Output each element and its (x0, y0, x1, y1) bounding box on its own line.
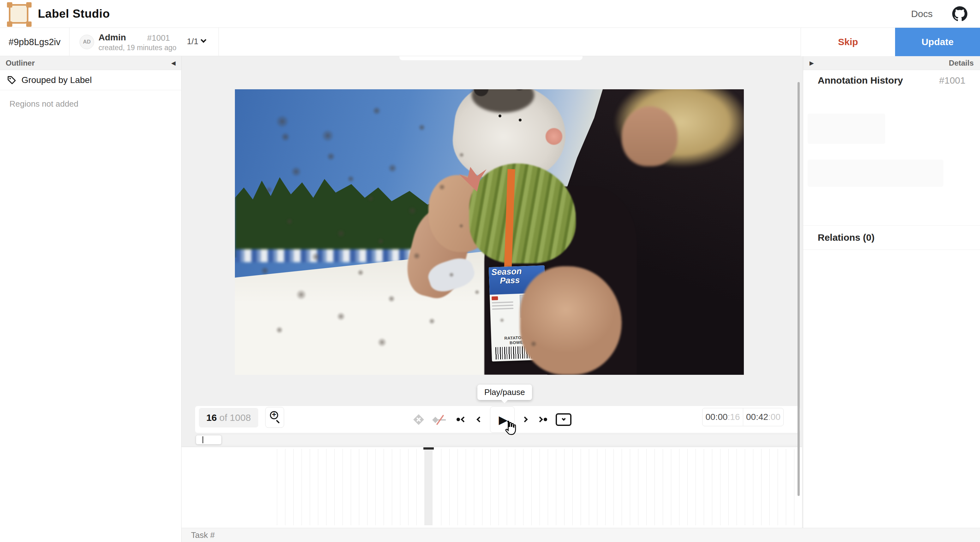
app-header: Label Studio Docs (0, 0, 980, 28)
video-face (622, 106, 678, 166)
details-panel: ▶ Details Annotation History #1001 Relat… (803, 56, 980, 528)
chevron-left-icon (476, 417, 482, 422)
label-studio-logo-icon[interactable] (9, 4, 29, 24)
minimap-position-line (202, 436, 203, 443)
play-icon: ▶ (499, 413, 508, 426)
current-frame-column (424, 450, 433, 525)
chevron-right-icon (537, 417, 543, 422)
timeline-minimap-handle[interactable] (196, 435, 222, 445)
time-display: 00:00:16 00:42:00 (702, 408, 784, 426)
annotation-selector[interactable]: AD Admin #1001 created, 19 minutes ago 1… (70, 28, 219, 56)
frame-current: 16 (206, 412, 216, 423)
annotation-history-number: #1001 (939, 75, 966, 86)
zoom-in-icon (270, 411, 278, 419)
interpolation-icon (432, 413, 448, 426)
collapse-panel-icon[interactable]: ◀ (171, 60, 175, 66)
group-by-label-text: Grouped by Label (21, 75, 92, 85)
add-keyframe-icon (413, 414, 424, 425)
details-title: Details (949, 59, 974, 68)
relations-section[interactable]: Relations (0) (803, 225, 980, 250)
label-studio-app: Label Studio Docs #9pb8Lgs2iv AD Admin #… (0, 0, 980, 542)
regions-empty-message: Regions not added (10, 99, 78, 109)
keyframe-dot-icon (457, 418, 460, 421)
annotation-pagination: 1/1 (187, 36, 198, 46)
task-label: Task # (191, 530, 215, 540)
interpolation-button[interactable] (431, 406, 449, 433)
history-skeleton-block (808, 114, 885, 144)
current-frame-marker[interactable] (423, 447, 434, 450)
annotation-number: #1001 (147, 33, 170, 43)
outliner-title: Outliner (6, 59, 35, 68)
play-pause-button[interactable]: ▶ (490, 406, 515, 433)
task-id[interactable]: #9pb8Lgs2iv (0, 28, 70, 56)
expand-panel-icon[interactable]: ▶ (810, 60, 814, 66)
time-position: 00:00:16 (703, 408, 743, 426)
skip-button[interactable]: Skip (801, 28, 895, 56)
docs-link[interactable]: Docs (911, 0, 933, 28)
play-pause-tooltip: Play/pause (477, 385, 532, 400)
frame-total: 1008 (230, 412, 251, 423)
timeline-minimap-track[interactable] (195, 435, 800, 445)
outliner-panel: Outliner ◀ Grouped by Label Regions not … (0, 56, 181, 542)
task-footer: Task # (181, 528, 980, 542)
annotation-history-header: Annotation History #1001 (803, 75, 980, 86)
video-frame[interactable]: Season Pass RATATOUILLE BOWERS (235, 89, 744, 375)
timeline-minimize-icon (556, 413, 571, 426)
created-timestamp: created, 19 minutes ago (99, 44, 177, 52)
app-title: Label Studio (38, 0, 110, 28)
prev-keyframe-button[interactable] (453, 406, 469, 433)
annotation-history-title: Annotation History (818, 75, 903, 86)
user-name: Admin (99, 32, 126, 43)
timeline-ruler[interactable] (181, 447, 802, 528)
scrolled-panel-remnant (399, 56, 582, 60)
history-skeleton-block (808, 160, 943, 187)
annotation-topbar: #9pb8Lgs2iv AD Admin #1001 created, 19 m… (0, 28, 980, 56)
add-keyframe-button[interactable] (412, 406, 426, 433)
timeline-minimize-button[interactable] (554, 406, 573, 433)
chevron-right-icon (522, 417, 528, 422)
chevron-left-icon (461, 417, 466, 422)
outliner-header: Outliner ◀ (0, 56, 181, 70)
relations-title: Relations (0) (818, 232, 875, 243)
next-keyframe-button[interactable] (535, 406, 550, 433)
chevron-down-icon[interactable] (200, 37, 206, 43)
frame-counter[interactable]: 16 of 1008 (199, 408, 258, 428)
update-button[interactable]: Update (895, 28, 980, 56)
tag-icon (7, 75, 16, 85)
frame-separator: of (220, 412, 228, 423)
next-frame-button[interactable] (519, 406, 531, 433)
github-icon[interactable] (952, 6, 967, 21)
prev-frame-button[interactable] (473, 406, 485, 433)
avatar: AD (80, 35, 94, 49)
details-header: ▶ Details (803, 56, 980, 70)
time-duration: 00:42:00 (743, 408, 783, 426)
keyframe-dot-icon (544, 418, 547, 421)
group-by-label-selector[interactable]: Grouped by Label (0, 70, 181, 90)
vertical-scrollbar[interactable] (797, 82, 800, 496)
timeline-zoom-button[interactable] (265, 407, 284, 428)
